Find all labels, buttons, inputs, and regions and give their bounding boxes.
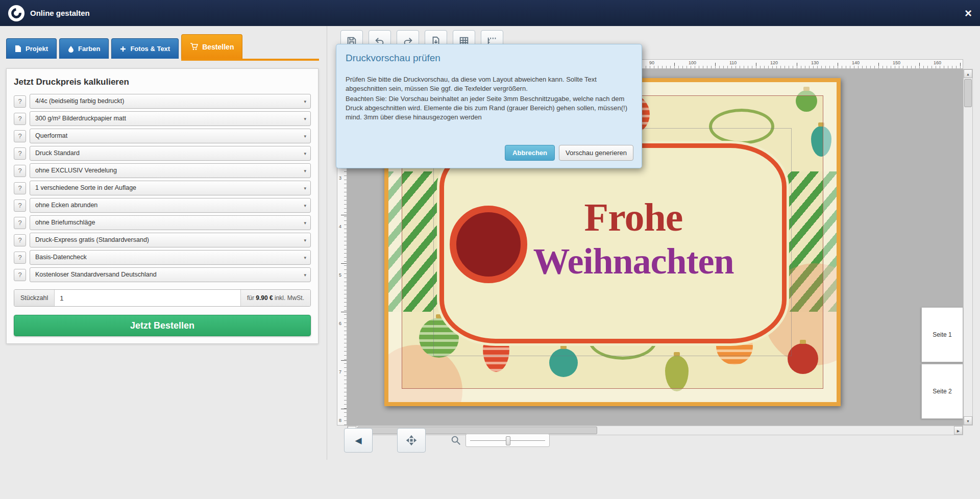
print-preview-dialog: Druckvorschau prüfen Prüfen Sie bitte di… xyxy=(336,44,642,168)
tab-bar: Projekt Farben Fotos & Text Bestellen xyxy=(6,34,242,59)
ruler-label: 100 xyxy=(689,60,696,65)
top-bar: Online gestalten × xyxy=(0,0,980,26)
chevron-down-icon: ▾ xyxy=(304,112,306,126)
cart-icon xyxy=(190,43,198,51)
option-row-paper: ? 300 g/m² Bilderdruckpapier matt▾ xyxy=(14,111,311,126)
dialog-paragraph-2: Beachten Sie: Die Vorschau beinhaltet an… xyxy=(346,94,632,122)
option-select-druck[interactable]: Druck Standard▾ xyxy=(30,146,311,161)
option-value: ohne Briefumschläge xyxy=(35,219,95,226)
chevron-down-icon: ▾ xyxy=(304,146,306,161)
chevron-down-icon: ▾ xyxy=(304,181,306,195)
help-button[interactable]: ? xyxy=(14,269,26,281)
chevron-down-icon: ▾ xyxy=(304,216,306,230)
option-select-format[interactable]: Querformat▾ xyxy=(30,129,311,143)
help-button[interactable]: ? xyxy=(14,234,26,246)
option-row-sorten: ? 1 verschiedene Sorte in der Auflage▾ xyxy=(14,181,311,195)
tab-farben[interactable]: Farben xyxy=(59,38,109,59)
zoom-slider-handle[interactable] xyxy=(506,436,510,445)
panel-divider xyxy=(327,26,327,460)
option-row-datencheck: ? Basis-Datencheck▾ xyxy=(14,250,311,265)
generate-preview-button[interactable]: Vorschau generieren xyxy=(559,145,633,161)
help-button[interactable]: ? xyxy=(14,147,26,160)
option-value: Basis-Datencheck xyxy=(35,254,87,261)
chevron-down-icon: ▾ xyxy=(304,129,306,143)
option-value: Druck-Express gratis (Standardversand) xyxy=(35,236,149,243)
option-select-versand[interactable]: Kostenloser Standardversand Deutschland▾ xyxy=(30,267,311,282)
expand-icon xyxy=(406,435,417,446)
price-calculator-panel: Jetzt Druckpreis kalkulieren ? 4/4c (bei… xyxy=(6,68,318,344)
cancel-button[interactable]: Abbrechen xyxy=(505,145,555,161)
scroll-down-icon[interactable]: ▼ xyxy=(964,416,972,425)
scroll-up-icon[interactable]: ▲ xyxy=(964,69,972,78)
tab-label: Projekt xyxy=(26,45,48,53)
back-button[interactable]: ◀ xyxy=(344,428,373,453)
option-value: 300 g/m² Bilderdruckpapier matt xyxy=(35,115,126,122)
horizontal-scrollbar[interactable]: ◀ ▶ xyxy=(347,426,963,435)
help-button[interactable]: ? xyxy=(14,165,26,177)
ruler-label: 150 xyxy=(893,60,900,65)
option-row-format: ? Querformat▾ xyxy=(14,129,311,143)
chevron-down-icon: ▾ xyxy=(304,198,306,213)
chevron-down-icon: ▾ xyxy=(304,94,306,109)
option-select-umschlaege[interactable]: ohne Briefumschläge▾ xyxy=(30,215,311,230)
ruler-label: 6 xyxy=(339,321,341,326)
option-select-datencheck[interactable]: Basis-Datencheck▾ xyxy=(30,250,311,265)
chevron-down-icon: ▾ xyxy=(304,164,306,178)
vertical-scrollbar[interactable]: ▲ ▼ xyxy=(963,69,973,426)
ruler-label: 140 xyxy=(852,60,860,65)
quantity-label: Stückzahl xyxy=(14,290,55,306)
ruler-label: 3 xyxy=(339,176,341,181)
help-button[interactable]: ? xyxy=(14,130,26,142)
ruler-label: 8 xyxy=(339,418,341,423)
price-value: 9.90 € xyxy=(256,294,273,302)
dialog-body: Prüfen Sie bitte die Druckvorschau, da d… xyxy=(346,75,632,122)
ruler-label: 5 xyxy=(339,272,341,278)
arrow-left-icon: ◀ xyxy=(355,435,361,446)
tab-bestellen[interactable]: Bestellen xyxy=(181,34,242,59)
horizontal-scroll-thumb[interactable] xyxy=(357,427,597,434)
quantity-input[interactable] xyxy=(55,290,240,306)
panel-title: Jetzt Druckpreis kalkulieren xyxy=(14,77,311,87)
plus-icon xyxy=(120,46,126,52)
option-value: Druck Standard xyxy=(35,149,80,157)
close-icon[interactable]: × xyxy=(965,7,972,19)
help-button[interactable]: ? xyxy=(14,199,26,212)
zoom-slider[interactable] xyxy=(465,434,550,447)
option-row-veredelung: ? ohne EXCLUSIV Veredelung▾ xyxy=(14,163,311,178)
scroll-right-icon[interactable]: ▶ xyxy=(954,426,963,435)
tab-projekt[interactable]: Projekt xyxy=(6,38,57,59)
ruler-label: 110 xyxy=(729,60,737,65)
quantity-group: Stückzahl für 9.90 € inkl. MwSt. xyxy=(14,289,311,307)
option-select-color[interactable]: 4/4c (beidseitig farbig bedruckt)▾ xyxy=(30,94,311,109)
option-row-express: ? Druck-Express gratis (Standardversand)… xyxy=(14,233,311,247)
option-value: 1 verschiedene Sorte in der Auflage xyxy=(35,184,136,191)
help-button[interactable]: ? xyxy=(14,95,26,108)
order-now-button[interactable]: Jetzt Bestellen xyxy=(14,315,311,336)
page-thumb-seite-1[interactable]: Seite 1 xyxy=(921,307,963,362)
ruler-label: 7 xyxy=(339,369,341,375)
help-button[interactable]: ? xyxy=(14,182,26,194)
help-button[interactable]: ? xyxy=(14,217,26,229)
price-suffix: inkl. MwSt. xyxy=(275,294,304,302)
vertical-scroll-thumb[interactable] xyxy=(964,79,972,107)
document-icon xyxy=(15,45,21,53)
fit-to-screen-button[interactable] xyxy=(397,428,426,453)
help-button[interactable]: ? xyxy=(14,113,26,125)
option-row-druck: ? Druck Standard▾ xyxy=(14,146,311,161)
option-select-ecken[interactable]: ohne Ecken abrunden▾ xyxy=(30,198,311,213)
help-button[interactable]: ? xyxy=(14,252,26,264)
option-select-express[interactable]: Druck-Express gratis (Standardversand)▾ xyxy=(30,233,311,247)
tab-fotos-text[interactable]: Fotos & Text xyxy=(111,38,179,59)
option-value: Kostenloser Standardversand Deutschland xyxy=(35,271,157,278)
option-select-veredelung[interactable]: ohne EXCLUSIV Veredelung▾ xyxy=(30,163,311,178)
price-display: für 9.90 € inkl. MwSt. xyxy=(240,290,310,306)
option-select-sorten[interactable]: 1 verschiedene Sorte in der Auflage▾ xyxy=(30,181,311,195)
ruler-label: 4 xyxy=(339,224,341,229)
option-value: ohne EXCLUSIV Veredelung xyxy=(35,167,117,174)
option-select-paper[interactable]: 300 g/m² Bilderdruckpapier matt▾ xyxy=(30,111,311,126)
ruler-label: 160 xyxy=(934,60,941,65)
page-thumb-seite-2[interactable]: Seite 2 xyxy=(921,364,963,419)
option-row-color: ? 4/4c (beidseitig farbig bedruckt)▾ xyxy=(14,94,311,109)
dialog-title: Druckvorschau prüfen xyxy=(346,53,632,64)
dialog-paragraph-1: Prüfen Sie bitte die Druckvorschau, da d… xyxy=(346,75,632,93)
